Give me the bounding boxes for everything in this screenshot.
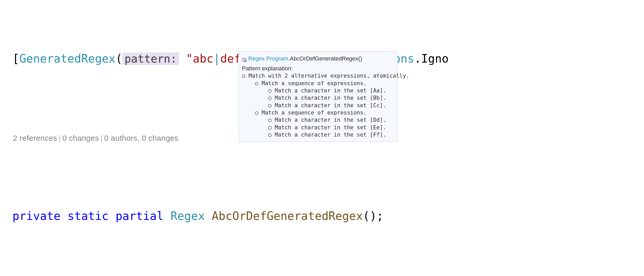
type-name: Regex — [170, 209, 205, 223]
enum-member: Igno — [421, 52, 449, 65]
codelens-authors[interactable]: 0 authors, 0 changes — [104, 134, 178, 142]
keyword: static — [67, 209, 109, 223]
tooltip-expl-line: ○ Match a character in the set [Aa]. — [242, 87, 393, 94]
tooltip-expl-line: ○ Match a sequence of expressions. — [242, 109, 393, 116]
dot: . — [414, 52, 421, 65]
codelens-separator: | — [59, 134, 61, 142]
code-line: private static partial Regex AbcOrDefGen… — [12, 208, 644, 224]
paren-semi: (); — [363, 209, 383, 223]
tooltip-label: Pattern explanation: — [242, 65, 393, 72]
tooltip-class-name: Program — [266, 55, 288, 62]
tooltip-return-type: Regex — [248, 55, 265, 62]
tooltip-method-name: AbcOrDefGeneratedRegex() — [290, 55, 362, 62]
codelens-references[interactable]: 2 references — [13, 134, 57, 142]
tooltip-expl-line: ○ Match with 2 alternative expressions, … — [242, 72, 393, 79]
regex-alternation: | — [213, 52, 220, 65]
inlay-hint-pattern: pattern: — [122, 52, 179, 65]
codelens-changes[interactable]: 0 changes — [62, 134, 99, 142]
tooltip-expl-line: ○ Match a sequence of expressions. — [242, 80, 393, 87]
bracket-open: [ — [12, 52, 19, 65]
quickinfo-tooltip: Regex Program.AbcOrDefGeneratedRegex() P… — [239, 51, 397, 142]
method-name: AbcOrDefGeneratedRegex — [212, 209, 363, 223]
keyword: partial — [115, 209, 163, 223]
tooltip-header: Regex Program.AbcOrDefGeneratedRegex() — [242, 55, 393, 63]
tooltip-expl-line: ○ Match a character in the set [Dd]. — [242, 116, 393, 124]
tooltip-expl-line: ○ Match a character in the set [Ee]. — [242, 124, 393, 131]
tooltip-expl-line: ○ Match a character in the set [Cc]. — [242, 102, 393, 109]
string-part: abc — [193, 52, 213, 65]
tooltip-expl-line: ○ Match a character in the set [Bb]. — [242, 94, 393, 102]
tooltip-expl-line: ○ Match a character in the set [Ff]. — [242, 131, 393, 138]
string-part: def — [220, 52, 241, 65]
string-quote: " — [186, 52, 193, 65]
attribute-name: GeneratedRegex — [19, 52, 116, 65]
method-icon — [242, 56, 247, 61]
paren-open: ( — [115, 52, 122, 65]
keyword: private — [12, 209, 60, 223]
codelens-separator: | — [101, 134, 103, 142]
